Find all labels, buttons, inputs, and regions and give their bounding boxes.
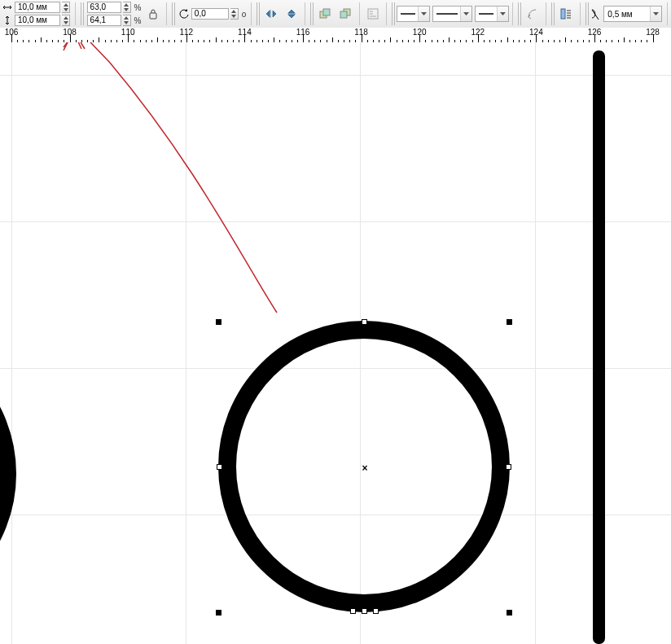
toolbar-separator (75, 2, 76, 25)
gridline (535, 42, 536, 644)
toolbar-separator (166, 2, 167, 25)
scale-x-input[interactable] (87, 2, 121, 13)
svg-rect-2 (323, 9, 330, 15)
ruler-label: 128 (646, 28, 660, 37)
degree-unit: o (242, 10, 247, 19)
mirror-horizontal-button[interactable] (262, 4, 281, 24)
ruler-label: 110 (121, 28, 135, 37)
ruler-label: 116 (296, 28, 310, 37)
ruler-label: 122 (471, 28, 485, 37)
start-arrowhead-combo[interactable] (397, 6, 431, 22)
selection-handle-bl[interactable] (216, 610, 221, 616)
scale-group: % % (87, 2, 142, 26)
toolbar-grip[interactable] (551, 2, 556, 25)
object-width-spinner[interactable] (62, 2, 70, 13)
line-style-combo[interactable] (432, 6, 472, 22)
drawing-canvas[interactable]: × (0, 42, 671, 644)
wrap-text-button[interactable] (363, 4, 382, 24)
ruler-label: 114 (238, 28, 252, 37)
toolbar-separator (667, 2, 668, 25)
close-curve-button[interactable] (524, 4, 542, 24)
chevron-down-icon (650, 7, 661, 21)
vertical-line-object[interactable] (593, 50, 605, 644)
toolbar-separator (512, 2, 513, 25)
rotate-icon (178, 8, 190, 20)
horizontal-ruler[interactable]: 106108110112114116118120122124126128 (0, 28, 671, 43)
ruler-label: 108 (63, 28, 77, 37)
toolbar-grip[interactable] (518, 2, 523, 25)
end-arrowhead-combo[interactable] (475, 6, 509, 22)
wrap-paragraph-button[interactable] (557, 4, 576, 24)
selection-handle-tl[interactable] (216, 319, 221, 325)
gridline (0, 221, 671, 222)
gridline (0, 75, 671, 76)
gridline (11, 42, 12, 644)
height-icon (2, 15, 13, 26)
outline-width-icon (590, 8, 601, 20)
ruler-label: 126 (588, 28, 602, 37)
selection-handle-tr[interactable] (507, 319, 512, 325)
percent-unit: % (134, 16, 142, 25)
scale-y-input[interactable] (87, 15, 121, 26)
toolbar-grip[interactable] (257, 2, 261, 25)
path-node-right[interactable] (506, 464, 511, 470)
ruler-label: 124 (529, 28, 543, 37)
toolbar-separator (546, 2, 546, 25)
chevron-down-icon (418, 7, 429, 21)
toolbar-grip[interactable] (310, 2, 315, 25)
to-front-button[interactable] (316, 4, 335, 24)
outline-width-value: 0,5 мм (607, 10, 632, 19)
svg-rect-4 (340, 11, 347, 18)
ruler-label: 112 (179, 28, 193, 37)
toolbar-separator (251, 2, 252, 25)
rotation-group: o (178, 8, 247, 20)
scale-x-spinner[interactable] (123, 2, 131, 13)
outline-width-combo[interactable]: 0,5 мм (603, 6, 662, 22)
rotation-input[interactable] (191, 8, 229, 20)
toolbar-grip[interactable] (172, 2, 177, 25)
toolbar-separator (386, 2, 387, 25)
lock-ratio-button[interactable] (144, 4, 163, 24)
selection-handle-br[interactable] (507, 610, 512, 616)
ruler-label: 120 (413, 28, 427, 37)
toolbar-grip[interactable] (81, 2, 86, 25)
to-back-button[interactable] (336, 4, 355, 24)
mirror-vertical-button[interactable] (283, 4, 301, 24)
width-icon (2, 2, 13, 13)
scale-y-spinner[interactable] (123, 15, 131, 26)
ruler-label: 106 (5, 28, 19, 37)
path-node-bottom-2[interactable] (350, 608, 356, 614)
chevron-down-icon (460, 7, 471, 21)
svg-rect-9 (561, 9, 565, 19)
toolbar-separator (580, 2, 581, 25)
object-height-input[interactable] (15, 15, 60, 26)
circle-object-left[interactable] (0, 327, 16, 620)
ruler-label: 118 (354, 28, 368, 37)
object-height-spinner[interactable] (62, 15, 70, 26)
path-node-bottom[interactable] (362, 608, 367, 614)
percent-unit: % (134, 3, 142, 12)
gridline (186, 42, 186, 644)
rotation-spinner[interactable] (230, 8, 239, 20)
selection-center-marker: × (362, 462, 367, 474)
path-node-bottom-3[interactable] (373, 608, 379, 614)
path-node-top[interactable] (362, 319, 367, 325)
object-size-group (2, 2, 70, 26)
toolbar-separator (305, 2, 305, 25)
object-width-input[interactable] (15, 2, 60, 13)
svg-rect-0 (150, 13, 156, 19)
property-bar: % % o (0, 0, 671, 28)
chevron-down-icon (497, 7, 508, 21)
path-node-left[interactable] (217, 464, 222, 470)
toolbar-separator (359, 2, 360, 25)
